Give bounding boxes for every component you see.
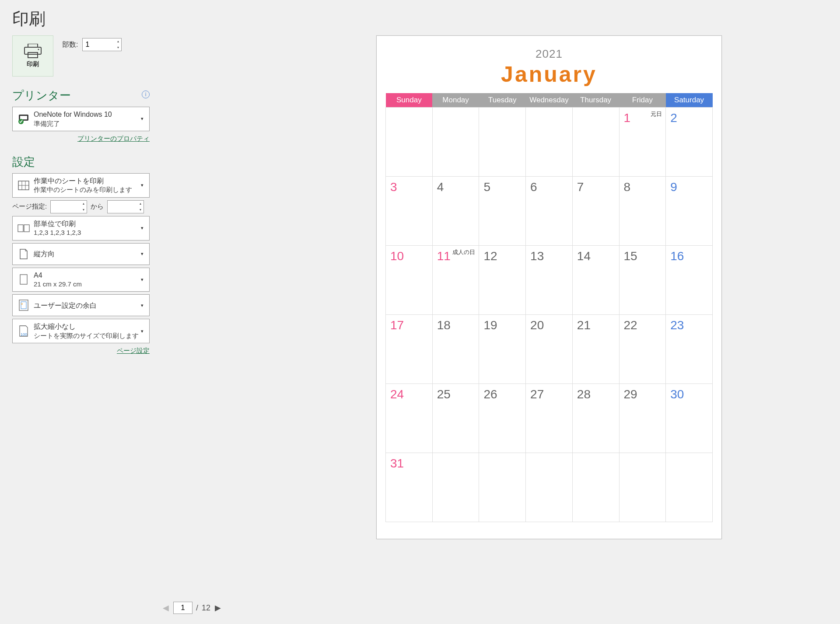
calendar-cell: 23 <box>666 315 713 384</box>
print-what-select[interactable]: 作業中のシートを印刷 作業中のシートのみを印刷します ▾ <box>12 173 150 198</box>
margins-select[interactable]: ユーザー設定の余白 ▾ <box>12 294 150 316</box>
calendar-cell: 13 <box>526 246 573 315</box>
calendar-cell: 30 <box>666 384 713 453</box>
calendar-cell: 29 <box>619 384 666 453</box>
margins-line1: ユーザー設定の余白 <box>34 301 139 310</box>
calendar-cell: 26 <box>479 384 526 453</box>
calendar-cell: 2 <box>666 108 713 177</box>
holiday-label: 元日 <box>651 110 662 118</box>
collation-select[interactable]: 部単位で印刷 1,2,3 1,2,3 1,2,3 ▾ <box>12 216 150 241</box>
svg-rect-2 <box>28 52 38 58</box>
page-to-spinner[interactable]: ▴▾ <box>137 201 144 213</box>
print-sidebar: 印刷 部数: ▴▾ プリンター i <box>0 35 162 624</box>
page-icon <box>16 274 31 285</box>
calendar-cell: 7 <box>572 177 619 246</box>
weekday-header: Wednesday <box>526 93 573 108</box>
weekday-header: Thursday <box>572 93 619 108</box>
calendar-cell: 22 <box>619 315 666 384</box>
settings-section-title: 設定 <box>12 154 150 170</box>
print-button[interactable]: 印刷 <box>12 35 53 77</box>
orientation-line1: 縦方向 <box>34 249 139 259</box>
printer-select[interactable]: OneNote for Windows 10 準備完了 ▾ <box>12 107 150 131</box>
paper-size-select[interactable]: A4 21 cm x 29.7 cm ▾ <box>12 268 150 292</box>
paper-line1: A4 <box>34 271 139 280</box>
next-page-arrow[interactable]: ▶ <box>214 603 222 613</box>
calendar-cell: 4 <box>432 177 479 246</box>
print-button-label: 印刷 <box>27 60 39 68</box>
calendar-cell: 21 <box>572 315 619 384</box>
page-sep: / <box>196 603 198 613</box>
orientation-select[interactable]: 縦方向 ▾ <box>12 243 150 265</box>
svg-rect-5 <box>20 116 27 119</box>
calendar-cell: 11成人の日 <box>432 246 479 315</box>
calendar-cell: 5 <box>479 177 526 246</box>
chevron-down-icon: ▾ <box>139 116 146 122</box>
no-scaling-icon: 100 <box>16 325 31 337</box>
weekday-header: Tuesday <box>479 93 526 108</box>
calendar-cell: 27 <box>526 384 573 453</box>
sheets-icon <box>16 181 31 190</box>
calendar-cell: 31 <box>386 453 433 522</box>
chevron-down-icon: ▾ <box>139 328 146 334</box>
info-icon[interactable]: i <box>142 91 150 98</box>
chevron-down-icon: ▾ <box>139 225 146 231</box>
weekday-header: Sunday <box>386 93 433 108</box>
copies-label: 部数: <box>62 40 78 49</box>
calendar-cell <box>572 453 619 522</box>
scaling-select[interactable]: 100 拡大縮小なし シートを実際のサイズで印刷します ▾ <box>12 319 150 343</box>
calendar-cell <box>479 453 526 522</box>
weekday-header: Saturday <box>666 93 713 108</box>
copies-spinner[interactable]: ▴▾ <box>115 38 121 51</box>
calendar-cell <box>666 453 713 522</box>
svg-rect-15 <box>21 302 26 309</box>
page-title: 印刷 <box>0 0 840 35</box>
chevron-down-icon: ▾ <box>139 182 146 188</box>
svg-rect-0 <box>28 44 38 47</box>
preview-area: 2021 January SundayMondayTuesdayWednesda… <box>162 35 840 624</box>
calendar-cell: 6 <box>526 177 573 246</box>
page-from-spinner[interactable]: ▴▾ <box>80 201 87 213</box>
scaling-line1: 拡大縮小なし <box>34 322 139 331</box>
calendar-table: SundayMondayTuesdayWednesdayThursdayFrid… <box>385 93 713 522</box>
total-pages: 12 <box>202 603 210 613</box>
printer-ready-icon <box>16 114 31 124</box>
calendar-cell <box>432 108 479 177</box>
calendar-cell: 12 <box>479 246 526 315</box>
calendar-cell: 24 <box>386 384 433 453</box>
calendar-cell <box>526 453 573 522</box>
calendar-cell: 9 <box>666 177 713 246</box>
calendar-cell: 8 <box>619 177 666 246</box>
calendar-cell: 1元日 <box>619 108 666 177</box>
calendar-cell <box>479 108 526 177</box>
print-what-line1: 作業中のシートを印刷 <box>34 176 139 186</box>
calendar-cell: 25 <box>432 384 479 453</box>
margins-icon <box>16 300 31 311</box>
printer-properties-link[interactable]: プリンターのプロパティ <box>77 135 150 142</box>
page-range-row: ページ指定: ▴▾ から ▴▾ <box>12 200 150 213</box>
calendar-cell <box>572 108 619 177</box>
chevron-down-icon: ▾ <box>139 303 146 308</box>
svg-rect-12 <box>24 225 29 232</box>
svg-rect-11 <box>18 225 23 232</box>
chevron-down-icon: ▾ <box>139 277 146 282</box>
weekday-header: Friday <box>619 93 666 108</box>
printer-status: 準備完了 <box>34 119 139 128</box>
calendar-cell: 3 <box>386 177 433 246</box>
printer-name: OneNote for Windows 10 <box>34 110 139 119</box>
print-what-line2: 作業中のシートのみを印刷します <box>34 185 139 194</box>
collate-icon <box>16 224 31 233</box>
holiday-label: 成人の日 <box>452 248 475 256</box>
calendar-cell <box>386 108 433 177</box>
page-navigator: ◀ / 12 ▶ <box>162 602 222 614</box>
current-page-input[interactable] <box>173 602 192 614</box>
weekday-header: Monday <box>432 93 479 108</box>
calendar-cell: 10 <box>386 246 433 315</box>
page-to-label: から <box>91 202 104 211</box>
page-setup-link[interactable]: ページ設定 <box>117 347 150 354</box>
calendar-month: January <box>385 62 713 87</box>
svg-text:100: 100 <box>21 332 27 337</box>
svg-rect-13 <box>20 275 27 284</box>
prev-page-arrow[interactable]: ◀ <box>162 603 170 613</box>
calendar-cell: 28 <box>572 384 619 453</box>
svg-rect-1 <box>24 47 41 54</box>
